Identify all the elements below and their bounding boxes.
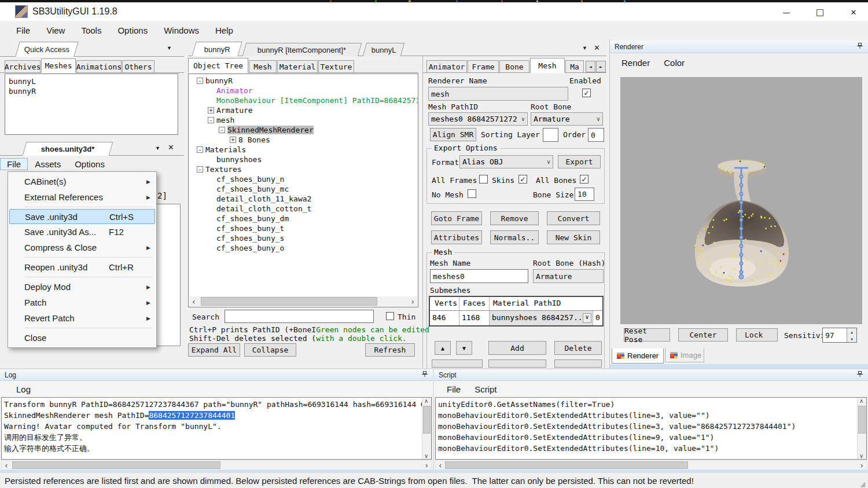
menu-help[interactable]: Help [207, 25, 241, 35]
spinner-buttons[interactable]: ▲ ▼ [847, 328, 856, 342]
tab-texture[interactable]: Texture [318, 60, 354, 73]
chevron-down-icon[interactable]: ▼ [167, 45, 172, 51]
column-header-material-pathid[interactable]: Material PathID [490, 297, 602, 310]
menu-file[interactable]: File [8, 25, 38, 35]
tab-scroll-right-button[interactable]: ► [596, 61, 606, 72]
align-smr-button[interactable]: Align SMR [430, 128, 476, 141]
menu-item-deploy-mod[interactable]: Deploy Mod▶ [9, 279, 155, 295]
log-panel-titlebar[interactable]: Log [0, 369, 433, 381]
tab-bone[interactable]: Bone [499, 60, 529, 73]
search-input[interactable] [225, 310, 374, 323]
close-button[interactable]: ✕ [840, 3, 867, 21]
menu-item-save-unity3d-as[interactable]: Save .unity3d As...F12 [9, 224, 155, 240]
tree-item[interactable]: cf_shoes_buny_dm [189, 214, 418, 223]
convert-button[interactable]: Convert [547, 211, 600, 225]
goto-frame-button[interactable]: Goto Frame [431, 211, 482, 225]
unit-menu-file[interactable]: File [0, 158, 28, 170]
menu-options[interactable]: Options [109, 25, 156, 35]
scroll-up-icon[interactable]: ∧ [859, 398, 863, 404]
submesh-faces[interactable]: 1168 [459, 311, 490, 325]
tree-item[interactable]: cf_shoes_buny_t [189, 223, 418, 233]
no-mesh-checkbox[interactable] [468, 189, 476, 198]
tab-others[interactable]: Others [122, 60, 155, 73]
all-frames-checkbox[interactable] [479, 175, 488, 184]
root-bone-hash-input[interactable]: Armature [533, 269, 604, 283]
spin-down-icon[interactable]: ▼ [851, 337, 853, 341]
tab-frame[interactable]: Frame [468, 60, 499, 73]
tree-item[interactable]: bunnyshoes [189, 155, 418, 164]
tab-material[interactable]: Material [277, 60, 318, 73]
menu-tools[interactable]: Tools [73, 25, 109, 35]
tree-item[interactable]: detail_cloth_cotton_t [189, 204, 418, 214]
attributes-button[interactable]: Attributes [431, 230, 482, 244]
mesh-name-input[interactable]: meshes0 [430, 269, 528, 283]
tree-item[interactable]: MonoBehaviour [ItemComponent] PathID=868… [189, 96, 418, 105]
menu-item-revert-patch[interactable]: Revert Patch▶ [9, 310, 155, 326]
tree-item[interactable]: -Materials [189, 145, 418, 155]
tab-meshes[interactable]: Meshes [41, 58, 76, 73]
menu-item-external-references[interactable]: External References▶ [9, 189, 155, 205]
quick-access-list[interactable]: bunnyL bunnyR [5, 74, 178, 135]
tree-item[interactable]: cf_shoes_buny_s [189, 233, 418, 243]
expander-icon[interactable]: - [197, 146, 203, 153]
refresh-button[interactable]: Refresh [365, 343, 415, 357]
log-vertical-scrollbar[interactable]: ∧ ∨ [422, 398, 431, 459]
menu-windows[interactable]: Windows [156, 25, 207, 35]
object-tree[interactable]: -bunnyR Animator MonoBehaviour [ItemComp… [188, 74, 418, 307]
list-item[interactable]: bunnyL [9, 76, 178, 86]
tree-item[interactable]: detail_cloth_11_kawa2 [189, 194, 418, 204]
scrollbar-thumb[interactable] [423, 406, 431, 434]
lock-button[interactable]: Lock [736, 328, 778, 342]
menu-item-close[interactable]: Close [9, 330, 155, 346]
tree-item[interactable]: +8 Bones [189, 135, 418, 145]
clipped-button[interactable] [554, 359, 602, 368]
tab-mesh[interactable]: Mesh [249, 60, 277, 73]
resize-grip-icon[interactable]: ◢ [860, 480, 867, 487]
doc-tab-bunnyR[interactable]: bunnyR [192, 42, 242, 56]
new-skin-button[interactable]: New Skin [547, 230, 600, 244]
close-icon[interactable]: ✕ [168, 143, 174, 152]
tab-material-partial[interactable]: Ma [565, 60, 584, 73]
scrollbar-thumb[interactable] [858, 406, 866, 434]
tab-mesh-editor[interactable]: Mesh [530, 58, 565, 73]
unit-file-tab[interactable]: shoes.unity3d* [23, 142, 113, 156]
log-menu[interactable]: Log [9, 384, 38, 394]
bottom-tab-renderer[interactable]: Renderer [612, 348, 664, 364]
sensitivity-spinner[interactable]: 97 ▲ ▼ [822, 328, 857, 343]
column-header-faces[interactable]: Faces [459, 297, 490, 310]
reset-pose-button[interactable]: Reset Pose [624, 328, 670, 342]
maximize-button[interactable]: □ [807, 3, 833, 21]
clipped-button[interactable] [432, 359, 483, 368]
expander-icon[interactable]: - [219, 127, 225, 133]
submesh-material-combo[interactable]: bunnyshoes 8684257...∨ [490, 311, 593, 325]
enabled-checkbox[interactable]: ✓ [582, 89, 591, 97]
column-header-verts[interactable]: Verts [430, 297, 459, 310]
menu-view[interactable]: View [38, 25, 73, 35]
render-viewport[interactable] [620, 77, 862, 324]
render-menu[interactable]: Render [615, 58, 657, 68]
color-menu[interactable]: Color [657, 58, 692, 68]
spin-up-icon[interactable]: ▲ [851, 330, 853, 334]
tab-scroll-left-button[interactable]: ◄ [586, 61, 595, 72]
script-output[interactable]: unityEditor0.GetAssetNames(filter=True) … [435, 397, 867, 460]
thin-checkbox[interactable] [386, 312, 394, 320]
submesh-delete-button[interactable]: Delete [554, 341, 602, 355]
export-button[interactable]: Export [558, 155, 601, 168]
scrollbar-thumb[interactable] [201, 297, 377, 306]
bottom-tab-image[interactable]: Image [665, 348, 704, 362]
log-horizontal-scrollbar[interactable]: ‹ › [1, 460, 432, 470]
scroll-right-icon[interactable]: › [411, 297, 414, 306]
tree-item[interactable]: -bunnyR [189, 76, 418, 86]
doc-tab-bunnyR-itemcomponent[interactable]: bunnyR [ItemComponent]* [242, 43, 362, 56]
normals-button[interactable]: Normals.. [490, 230, 539, 244]
menu-item-save-unity3d[interactable]: Save .unity3dCtrl+S [9, 209, 155, 224]
renderer-name-input[interactable]: mesh [428, 87, 568, 101]
expander-icon[interactable]: + [230, 137, 236, 143]
clipped-button[interactable] [488, 359, 546, 368]
chevron-down-icon[interactable]: ▼ [155, 145, 160, 151]
script-panel-titlebar[interactable]: Script [434, 369, 868, 381]
expander-icon[interactable]: - [208, 117, 214, 123]
submesh-up-button[interactable]: ▲ [435, 341, 451, 355]
skins-checkbox[interactable]: ✓ [518, 175, 527, 184]
tree-item[interactable]: cf_shoes_buny_n [189, 174, 418, 184]
